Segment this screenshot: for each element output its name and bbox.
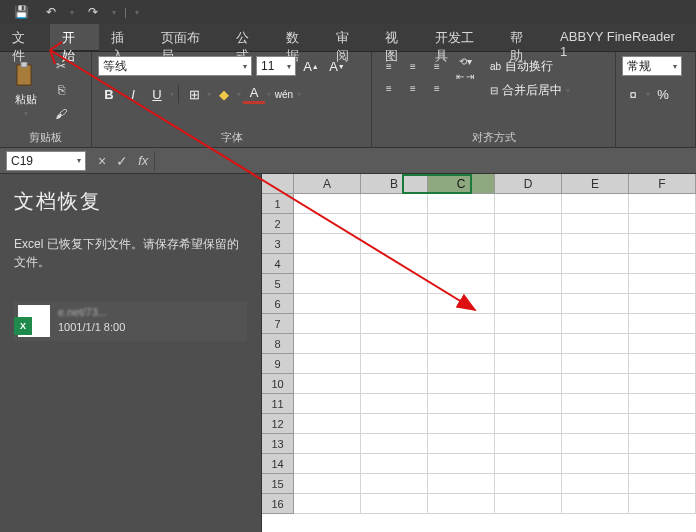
cell[interactable] — [495, 354, 562, 374]
cell[interactable] — [629, 374, 696, 394]
cell[interactable] — [629, 214, 696, 234]
underline-button[interactable]: U — [146, 84, 168, 104]
qat-more[interactable]: ▾ — [135, 8, 139, 17]
cell[interactable] — [562, 474, 629, 494]
tab-abbyy[interactable]: ABBYY FineReader 1 — [548, 24, 696, 51]
cell[interactable] — [294, 414, 361, 434]
cell[interactable] — [629, 274, 696, 294]
row-header[interactable]: 1 — [262, 194, 294, 214]
cell[interactable] — [294, 474, 361, 494]
align-bottom[interactable]: ≡ — [426, 56, 448, 76]
indent-increase[interactable]: ⇥ — [466, 71, 474, 82]
cell[interactable] — [361, 334, 428, 354]
cell[interactable] — [562, 354, 629, 374]
cell[interactable] — [562, 314, 629, 334]
tab-home[interactable]: 开始 — [50, 24, 100, 52]
row-header[interactable]: 16 — [262, 494, 294, 514]
cell[interactable] — [495, 234, 562, 254]
cell[interactable] — [294, 334, 361, 354]
cell[interactable] — [562, 454, 629, 474]
tab-pagelayout[interactable]: 页面布局 — [149, 24, 224, 51]
cell[interactable] — [428, 394, 495, 414]
cell[interactable] — [495, 474, 562, 494]
tab-insert[interactable]: 插入 — [99, 24, 149, 51]
cell[interactable] — [562, 374, 629, 394]
format-painter-button[interactable]: 🖌 — [50, 104, 72, 124]
col-header-e[interactable]: E — [562, 174, 629, 194]
cell[interactable] — [361, 494, 428, 514]
cell[interactable] — [361, 234, 428, 254]
merge-center-button[interactable]: ⊟合并后居中▾ — [484, 80, 576, 100]
wrap-text-button[interactable]: ab自动换行 — [484, 56, 576, 76]
row-header[interactable]: 12 — [262, 414, 294, 434]
cell[interactable] — [562, 494, 629, 514]
redo-icon[interactable]: ↷ — [82, 2, 104, 22]
tab-file[interactable]: 文件 — [0, 24, 50, 51]
cell[interactable] — [495, 214, 562, 234]
cell[interactable] — [495, 254, 562, 274]
row-header[interactable]: 7 — [262, 314, 294, 334]
cell[interactable] — [562, 434, 629, 454]
spreadsheet-grid[interactable]: A B C D E F 12345678910111213141516 — [262, 174, 696, 532]
cell[interactable] — [294, 454, 361, 474]
shrink-font-button[interactable]: A▼ — [326, 56, 348, 76]
col-header-b[interactable]: B — [361, 174, 428, 194]
row-header[interactable]: 14 — [262, 454, 294, 474]
cell[interactable] — [428, 334, 495, 354]
undo-dd[interactable]: ▾ — [70, 8, 74, 17]
cell[interactable] — [562, 214, 629, 234]
align-center[interactable]: ≡ — [402, 78, 424, 98]
formula-cancel[interactable]: × — [98, 153, 106, 169]
font-color-button[interactable]: A — [243, 84, 265, 104]
cell[interactable] — [428, 214, 495, 234]
cell[interactable] — [294, 394, 361, 414]
cell[interactable] — [361, 354, 428, 374]
cell[interactable] — [495, 434, 562, 454]
fill-color-button[interactable]: ◆ — [213, 84, 235, 104]
cell[interactable] — [361, 434, 428, 454]
redo-dd[interactable]: ▾ — [112, 8, 116, 17]
cell[interactable] — [562, 194, 629, 214]
tab-formulas[interactable]: 公式 — [224, 24, 274, 51]
tab-view[interactable]: 视图 — [373, 24, 423, 51]
cell[interactable] — [629, 234, 696, 254]
cell[interactable] — [361, 374, 428, 394]
font-name-combo[interactable]: 等线▾ — [98, 56, 252, 76]
col-header-f[interactable]: F — [629, 174, 696, 194]
currency-button[interactable]: ¤ — [622, 84, 644, 104]
cell[interactable] — [428, 254, 495, 274]
cell[interactable] — [428, 374, 495, 394]
formula-bar[interactable] — [154, 151, 690, 171]
cell[interactable] — [361, 474, 428, 494]
cell[interactable] — [294, 314, 361, 334]
cell[interactable] — [361, 214, 428, 234]
bold-button[interactable]: B — [98, 84, 120, 104]
cell[interactable] — [361, 454, 428, 474]
cell[interactable] — [361, 274, 428, 294]
cell[interactable] — [495, 314, 562, 334]
cell[interactable] — [562, 254, 629, 274]
row-header[interactable]: 4 — [262, 254, 294, 274]
cell[interactable] — [629, 494, 696, 514]
cell[interactable] — [428, 194, 495, 214]
cell[interactable] — [495, 294, 562, 314]
tab-help[interactable]: 帮助 — [498, 24, 548, 51]
cell[interactable] — [629, 394, 696, 414]
cell[interactable] — [428, 234, 495, 254]
cell[interactable] — [629, 354, 696, 374]
cell[interactable] — [294, 354, 361, 374]
cell[interactable] — [629, 414, 696, 434]
row-header[interactable]: 11 — [262, 394, 294, 414]
cell[interactable] — [495, 414, 562, 434]
cell[interactable] — [428, 494, 495, 514]
orientation-button[interactable]: ⟲▾ — [456, 56, 474, 67]
row-header[interactable]: 2 — [262, 214, 294, 234]
tab-review[interactable]: 审阅 — [324, 24, 374, 51]
align-left[interactable]: ≡ — [378, 78, 400, 98]
cell[interactable] — [428, 414, 495, 434]
row-header[interactable]: 5 — [262, 274, 294, 294]
cell[interactable] — [562, 414, 629, 434]
align-right[interactable]: ≡ — [426, 78, 448, 98]
cell[interactable] — [562, 234, 629, 254]
row-header[interactable]: 6 — [262, 294, 294, 314]
